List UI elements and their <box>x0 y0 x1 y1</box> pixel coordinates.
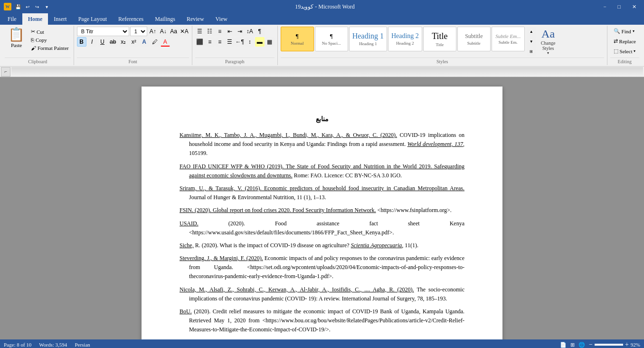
justify-button[interactable]: ☰ <box>225 37 235 47</box>
paste-button[interactable]: 📋 Paste <box>5 27 28 49</box>
highlight-button[interactable]: 🖊 <box>150 37 160 47</box>
grow-font-button[interactable]: A↑ <box>148 27 158 36</box>
style-heading1[interactable]: Heading 1 Heading 1 <box>349 27 387 51</box>
line-spacing-button[interactable]: ↕ <box>245 37 255 47</box>
style-title[interactable]: Title Title <box>423 27 456 51</box>
find-button[interactable]: 🔍 Find ▾ <box>610 27 639 36</box>
style-heading2[interactable]: Heading 2 Heading 2 <box>388 27 422 51</box>
reference-list: Kansiime, M. K., Tambo, J. A., Mugambi, … <box>180 131 464 339</box>
minimize-button[interactable]: − <box>599 3 610 11</box>
align-right-button[interactable]: ≡ <box>215 37 225 47</box>
multilevel-list-button[interactable]: ≡ <box>215 27 225 36</box>
align-left-button[interactable]: ⬛ <box>195 37 205 47</box>
status-bar: Page: 8 of 10 Words: 3,594 Persian 📄 ⊞ 🌐… <box>0 339 644 348</box>
zoom-slider[interactable] <box>595 344 623 346</box>
format-painter-button[interactable]: 🖌 Format Painter <box>29 44 71 52</box>
view-web-icon[interactable]: 🌐 <box>578 342 585 348</box>
ref-item-6: Siche, R. (2020). What is the impact of … <box>180 241 464 250</box>
svg-rect-0 <box>11 67 643 77</box>
style-no-spacing[interactable]: ¶ No Spaci... <box>315 27 348 51</box>
save-icon[interactable]: 💾 <box>14 3 22 10</box>
tab-mailings[interactable]: Mailings <box>149 13 181 25</box>
underline-button[interactable]: U <box>98 37 107 47</box>
language-indicator[interactable]: Persian <box>75 342 90 348</box>
view-print-icon[interactable]: 📄 <box>560 342 567 348</box>
paste-label: Paste <box>11 42 22 48</box>
ribbon-tabs: File Home Insert Page Layout References … <box>0 13 644 25</box>
change-case-button[interactable]: Aa <box>169 27 179 36</box>
close-button[interactable]: ✕ <box>628 3 640 11</box>
style-h1-preview: Heading 1 <box>352 32 384 40</box>
redo-icon[interactable]: ↪ <box>33 3 41 10</box>
shading-button[interactable]: ▬ <box>255 37 265 47</box>
tab-file[interactable]: File <box>2 13 22 25</box>
subscript-button[interactable]: x₂ <box>119 37 128 47</box>
zoom-level[interactable]: 92% <box>631 342 640 348</box>
replace-button[interactable]: ⇄ Replace <box>610 37 639 46</box>
styles-more[interactable]: ⊞ <box>527 47 536 56</box>
select-button[interactable]: ⬚ Select ▾ <box>610 47 639 56</box>
bold-button[interactable]: B <box>77 37 86 47</box>
window-controls: − □ ✕ <box>599 3 640 11</box>
style-subtle-label: Subtle Em. <box>499 40 518 45</box>
style-normal[interactable]: ¶ Normal <box>281 27 314 51</box>
quick-access-toolbar: W 💾 ↩ ↪ ▾ <box>4 3 50 10</box>
style-subtle-preview: Subtle Em... <box>495 33 521 39</box>
format-painter-label: Format Painter <box>38 45 69 51</box>
font-group: B Titr 12 A↑ A↓ Aa ✕A B I U ab x₂ x² <box>74 26 192 65</box>
tab-home[interactable]: Home <box>22 13 48 25</box>
view-fullscreen-icon[interactable]: ⊞ <box>570 342 575 348</box>
clipboard-group-label: Clipboard <box>5 58 71 64</box>
italic-button[interactable]: I <box>87 37 97 47</box>
zoom-out-button[interactable]: − <box>589 341 593 348</box>
select-label: Select <box>620 48 633 54</box>
borders-button[interactable]: ▦ <box>265 37 275 47</box>
copy-label: Copy <box>36 37 47 43</box>
font-color-button[interactable]: A <box>161 37 170 47</box>
style-h1-label: Heading 1 <box>359 41 377 46</box>
clear-formatting-button[interactable]: ✕A <box>180 27 189 36</box>
numbering-button[interactable]: ☷ <box>205 27 215 36</box>
style-subtle-em[interactable]: Subtle Em... Subtle Em. <box>492 27 525 51</box>
strikethrough-button[interactable]: ab <box>108 37 118 47</box>
show-hide-button[interactable]: ¶ <box>255 27 265 36</box>
copy-button[interactable]: ⎘ Copy <box>29 36 71 44</box>
style-h2-preview: Heading 2 <box>391 32 419 40</box>
maximize-button[interactable]: □ <box>614 3 625 11</box>
superscript-button[interactable]: x² <box>129 37 139 47</box>
page-info: Page: 8 of 10 <box>4 342 31 348</box>
tab-page-layout[interactable]: Page Layout <box>73 13 113 25</box>
text-effects-button[interactable]: A <box>140 37 149 47</box>
style-subtitle-label: Subtitle <box>467 41 481 46</box>
style-subtitle[interactable]: Subtitle Subtitle <box>457 27 491 51</box>
bullets-button[interactable]: ☰ <box>195 27 205 36</box>
paragraph-group: ☰ ☷ ≡ ⇤ ⇥ ↕A ¶ ⬛ ≡ ≡ ☰ ←¶ ↕ ▬ ▦ <box>192 26 278 65</box>
font-name-select[interactable]: B Titr <box>77 27 129 36</box>
ruler-content <box>11 67 643 77</box>
cut-button[interactable]: ✂ Cut <box>29 28 71 36</box>
change-styles-button[interactable]: Aa ChangeStyles ▾ <box>539 27 558 56</box>
customize-icon[interactable]: ▾ <box>43 3 50 10</box>
style-subtitle-preview: Subtitle <box>465 33 483 40</box>
font-size-select[interactable]: 12 <box>130 27 147 36</box>
undo-icon[interactable]: ↩ <box>24 3 31 10</box>
zoom-in-button[interactable]: + <box>625 341 629 348</box>
sort-button[interactable]: ↕A <box>245 27 255 36</box>
tab-insert[interactable]: Insert <box>48 13 72 25</box>
ref-3-author: Sriram, U., & Tarasuk, V. (2016). Econom… <box>180 185 464 192</box>
increase-indent-button[interactable]: ⇥ <box>235 27 245 36</box>
shrink-font-button[interactable]: A↓ <box>159 27 168 36</box>
tab-references[interactable]: References <box>113 13 149 25</box>
style-nospacing-preview: ¶ <box>330 32 333 40</box>
decrease-indent-button[interactable]: ⇤ <box>225 27 235 36</box>
style-h2-label: Heading 2 <box>396 41 414 46</box>
tab-view[interactable]: View <box>210 13 233 25</box>
font-group-label: Font <box>77 58 189 64</box>
rtl-button[interactable]: ←¶ <box>235 37 245 47</box>
format-painter-icon: 🖌 <box>31 45 36 51</box>
styles-scroll-up[interactable]: ▲ <box>527 27 536 36</box>
styles-scroll-down[interactable]: ▼ <box>527 37 536 46</box>
ruler-tab-icon[interactable]: ⌐ <box>1 67 10 77</box>
align-center-button[interactable]: ≡ <box>205 37 215 47</box>
tab-review[interactable]: Review <box>181 13 210 25</box>
